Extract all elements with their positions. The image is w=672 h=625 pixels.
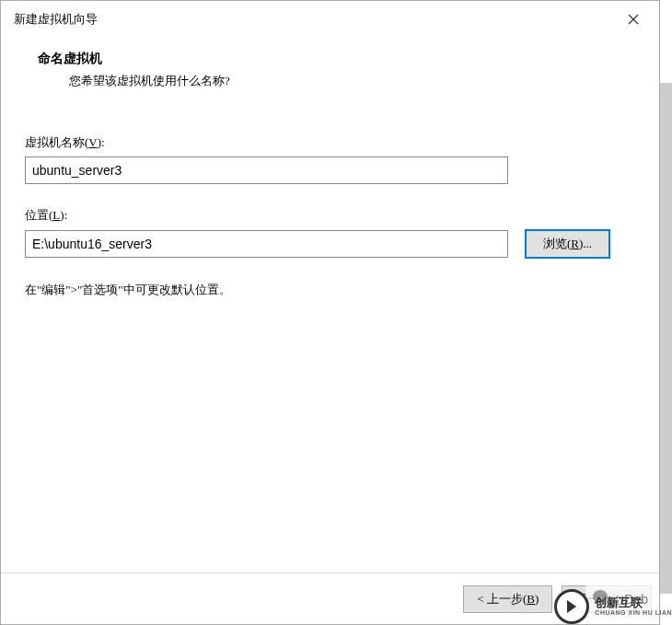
location-group: 位置(L): 浏览(R)... [25,207,635,259]
label-text: 位置( [25,208,52,222]
label-text: ): [98,135,105,149]
brand-text: 创新互联 [595,596,643,609]
titlebar: 新建虚拟机向导 [1,1,659,38]
content-area: 虚拟机名称(V): 位置(L): 浏览(R)... 在"编辑">"首选项"中可更… [1,107,659,573]
label-key: V [88,135,97,149]
browse-button[interactable]: 浏览(R)... [525,229,610,259]
vm-name-label: 虚拟机名称(V): [25,134,635,151]
button-key: B [527,592,535,606]
vm-name-group: 虚拟机名称(V): [25,134,635,184]
close-icon [628,14,639,25]
label-text: 虚拟机名称( [25,135,88,149]
close-button[interactable] [615,6,652,33]
watermark: 创新互联 CHUANG XIN HU LIAN [554,588,672,625]
page-subtitle: 您希望该虚拟机使用什么名称? [38,73,659,89]
wizard-dialog: 新建虚拟机向导 命名虚拟机 您希望该虚拟机使用什么名称? 虚拟机名称(V): 位… [0,0,660,625]
button-text: < 上一步( [477,592,527,606]
button-key: R [571,237,579,250]
back-button[interactable]: < 上一步(B) [463,585,552,613]
page-title: 命名虚拟机 [38,51,659,67]
watermark-logo-icon [554,589,589,624]
brand-sub: CHUANG XIN HU LIAN [595,609,672,617]
window-title: 新建虚拟机向导 [14,11,98,28]
vm-name-input[interactable] [25,156,508,184]
wizard-header: 命名虚拟机 您希望该虚拟机使用什么名称? [1,38,659,106]
button-text: ) [535,592,539,606]
location-label: 位置(L): [25,207,635,224]
label-text: ): [60,208,67,222]
location-input[interactable] [25,230,508,258]
button-text: )... [579,237,592,250]
button-text: 浏览( [543,237,571,250]
hint-text: 在"编辑">"首选项"中可更改默认位置。 [25,282,635,298]
location-row: 浏览(R)... [25,229,635,259]
backdrop [660,83,672,594]
watermark-brand: 创新互联 CHUANG XIN HU LIAN [595,596,672,617]
